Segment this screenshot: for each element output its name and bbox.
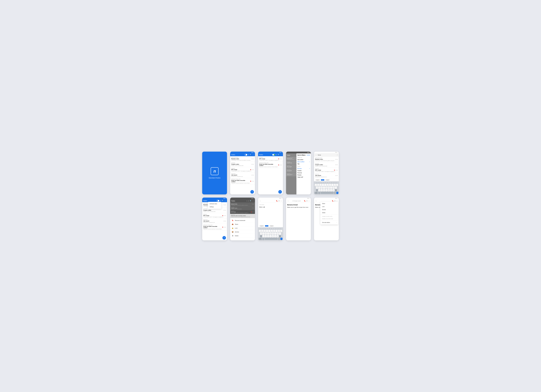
sug-surgery-8[interactable]: surgery xyxy=(269,225,274,227)
more-icon-7[interactable]: ⋮ xyxy=(252,200,254,202)
tag-btn-8[interactable]: # xyxy=(279,200,279,202)
ctx-archive[interactable]: 📦 Archive xyxy=(230,230,255,234)
nav-toggle-2[interactable] xyxy=(244,154,247,155)
filter-icon-2[interactable]: ≡ xyxy=(248,154,249,155)
more-btn-9[interactable]: ⋮ xyxy=(308,200,310,202)
more-btn-10[interactable]: ⋮ xyxy=(336,200,338,202)
search-back-btn[interactable]: ← xyxy=(315,154,317,156)
archived-notes-item[interactable]: Archived notes xyxy=(208,202,221,205)
kb-a[interactable]: a xyxy=(316,186,318,189)
kb-f[interactable]: f xyxy=(323,186,325,189)
kb-s[interactable]: s xyxy=(318,186,320,189)
kb-d[interactable]: d xyxy=(321,186,323,189)
kb-backspace[interactable]: ⌫ xyxy=(335,189,337,191)
sort-title[interactable]: Title xyxy=(297,163,310,165)
ctx-share[interactable]: 📤 Share xyxy=(230,222,255,226)
kb-z[interactable]: z xyxy=(318,189,320,191)
opt-share[interactable]: Share xyxy=(320,202,338,205)
ctx-delete[interactable]: 🗑 Delete xyxy=(230,234,255,238)
fab-3[interactable]: + xyxy=(278,190,282,194)
tag-vegan[interactable]: Vegan stuff xyxy=(297,176,310,178)
kb-j[interactable]: j xyxy=(330,186,332,189)
search-result-2[interactable]: #Goodies Coupon codes 16 Jul Wasabi: 213… xyxy=(314,162,339,167)
search-icon-2[interactable]: 🔍 xyxy=(250,154,252,155)
settings-item[interactable]: Settings xyxy=(208,205,221,208)
kb-num-switch[interactable]: ?123 xyxy=(314,192,318,194)
kb-h[interactable]: h xyxy=(328,186,330,189)
ctx-lock[interactable]: 🔒 Lock xyxy=(230,226,255,230)
search-result-1[interactable]: #Work #Personal Random notes 16 Jul Kick… xyxy=(314,157,339,162)
bookmark-btn-9[interactable]: 🔖 xyxy=(304,200,306,202)
editor-back-btn-8[interactable]: ← xyxy=(259,200,261,202)
note-item-coupon[interactable]: #Goodies Coupon codes 16 Jul Wasabi: 213… xyxy=(230,162,255,167)
kb-g[interactable]: g xyxy=(325,186,328,189)
bookmark-btn-8[interactable]: 🔖 xyxy=(276,200,278,202)
kb-n[interactable]: n xyxy=(330,189,332,191)
note-6-4[interactable]: #Personal Job search 16 Jul Relocate.me,… xyxy=(202,218,227,224)
search-icon-6[interactable]: 🔍 xyxy=(222,200,224,201)
opt-lock[interactable]: Lock xyxy=(320,205,338,208)
fab-2[interactable]: + xyxy=(250,190,254,194)
nav-toggle-6[interactable] xyxy=(216,200,219,201)
kb-v[interactable]: v xyxy=(325,189,328,191)
editor-back-btn-9[interactable]: ← xyxy=(287,200,289,202)
kb-m[interactable]: m xyxy=(333,189,334,191)
opt-web-editors[interactable]: Get web editors › xyxy=(320,221,338,224)
filter-icon-7[interactable]: ≡ xyxy=(248,200,249,202)
more-btn-8[interactable]: ⋮ xyxy=(280,200,282,202)
kb-i[interactable]: i xyxy=(331,184,333,186)
tag-goodies[interactable]: Goodies xyxy=(297,170,310,172)
kb-comma[interactable]: , xyxy=(318,192,320,194)
search-clear-btn[interactable]: ✕ xyxy=(337,154,338,155)
note-6-3[interactable]: #Recipes KFC recipe 16 Jul Preheat fryer… xyxy=(202,213,227,218)
kb-period[interactable]: . xyxy=(334,192,336,194)
nav-toggle-3[interactable] xyxy=(272,154,275,155)
tag-personal[interactable]: Personal xyxy=(297,172,310,174)
tag-all-notes[interactable]: All notes ✓ xyxy=(297,167,310,170)
note-item-job[interactable]: #Personal Job search 16 Jul Relocate.me,… xyxy=(230,172,255,178)
kb-o[interactable]: o xyxy=(334,184,336,186)
sort-done-btn[interactable]: DONE xyxy=(307,155,310,156)
editor-back-btn-10[interactable]: ← xyxy=(315,200,317,202)
kb-b[interactable]: b xyxy=(328,189,330,191)
opt-archive[interactable]: Archive xyxy=(320,208,338,211)
opt-delete[interactable]: Delete xyxy=(320,211,338,214)
sug-surgeon-8[interactable]: surgeon xyxy=(259,225,264,227)
fab-6[interactable]: + xyxy=(223,236,226,239)
kb-q[interactable]: q xyxy=(315,184,317,186)
tag-btn-10[interactable]: # xyxy=(334,200,335,202)
note-6-5[interactable]: #Recipes #Vegan stuff Green tea white ch… xyxy=(202,224,227,231)
kb-w[interactable]: w xyxy=(317,184,319,186)
note-item-green-tea[interactable]: #Recipes #Vegan stuff Green tea white ch… xyxy=(230,178,255,185)
kb-l[interactable]: l xyxy=(335,186,337,189)
kb-r[interactable]: r xyxy=(322,184,324,186)
search-input[interactable] xyxy=(318,154,336,156)
sort-date-modified[interactable]: Date modified ✓ xyxy=(297,161,310,163)
kb-shift[interactable]: ⇧ xyxy=(316,189,318,191)
kb-u[interactable]: u xyxy=(329,184,331,186)
suggestion-surgeon[interactable]: surgeon xyxy=(315,179,320,181)
note-item-kfc[interactable]: #Recipes KFC recipe 16 Jul Preheat fryer… xyxy=(230,167,255,172)
tag-btn-9[interactable]: # xyxy=(307,200,307,202)
bookmark-btn-10[interactable]: 🔖 xyxy=(332,200,334,202)
kb-spacebar[interactable] xyxy=(321,192,334,194)
kb-c[interactable]: c xyxy=(323,189,325,191)
kb-space-8[interactable] xyxy=(265,238,278,240)
kb-t[interactable]: t xyxy=(324,184,326,186)
search-icon-3[interactable]: 🔍 xyxy=(278,154,280,155)
sug-sure-8[interactable]: sure xyxy=(265,225,269,227)
kb-x[interactable]: x xyxy=(321,189,323,191)
ctx-remove-bookmark[interactable]: 🔖 Remove bookmark xyxy=(230,218,255,222)
search-icon-7[interactable]: 🔍 xyxy=(250,200,252,202)
filter-icon-3[interactable]: ≡ xyxy=(276,154,277,155)
kb-enter[interactable]: ↵ xyxy=(336,192,338,194)
kb-p[interactable]: p xyxy=(336,184,338,186)
more-icon-2[interactable]: ⋮ xyxy=(252,154,254,155)
sort-date-added[interactable]: Date added xyxy=(297,159,310,161)
kb-y[interactable]: y xyxy=(327,184,329,186)
suggestion-surgery[interactable]: surgery xyxy=(325,179,330,181)
suggestion-sure[interactable]: sure xyxy=(321,179,324,181)
search-result-4[interactable]: #Personal Job search 16 Jul Relocate.me,… xyxy=(314,173,339,178)
search-result-3[interactable]: #Recipes KFC recipe 16 Jul Preheat fryer… xyxy=(314,167,339,173)
tag-recipes[interactable]: Recipes xyxy=(297,174,310,176)
